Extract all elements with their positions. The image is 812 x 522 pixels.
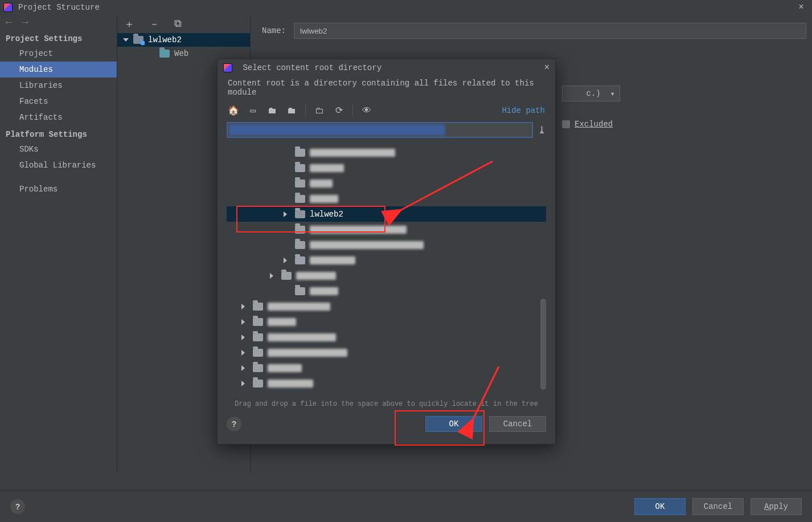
- folder-icon: [295, 210, 305, 218]
- sidebar-item-project[interactable]: Project: [0, 46, 117, 62]
- module-name-input[interactable]: [294, 23, 806, 39]
- module-folder-icon: [133, 36, 143, 44]
- dialog-cancel-button[interactable]: Cancel: [489, 416, 546, 432]
- sidebar-item-modules[interactable]: Modules: [0, 62, 117, 78]
- path-input[interactable]: [227, 122, 533, 138]
- add-module-icon[interactable]: ＋: [124, 17, 134, 31]
- window-title: Project Structure: [18, 3, 100, 12]
- dialog-title: Select content root directory: [243, 63, 382, 72]
- hide-path-link[interactable]: Hide path: [502, 106, 545, 115]
- sidebar-item-sdks[interactable]: SDKs: [0, 141, 117, 157]
- directory-tree[interactable]: lwlweb2: [227, 145, 546, 395]
- drag-drop-hint: Drag and drop a file into the space abov…: [218, 398, 555, 411]
- name-label: Name:: [262, 26, 286, 35]
- nav-forward-icon[interactable]: →: [22, 17, 28, 28]
- scrollbar[interactable]: [540, 299, 546, 390]
- save-path-icon[interactable]: ⤓: [538, 124, 546, 136]
- expand-icon: [123, 38, 129, 42]
- apply-tail: pply: [769, 502, 788, 511]
- module-dir-icon[interactable]: 🖿: [286, 105, 297, 116]
- sidebar-item-global-libraries[interactable]: Global Libraries: [0, 157, 117, 173]
- dropdown-tail-text: c.): [587, 89, 601, 98]
- help-icon[interactable]: ?: [10, 499, 25, 514]
- path-selected-text: [229, 124, 445, 136]
- select-directory-dialog: Select content root directory × Content …: [217, 59, 556, 444]
- window-close-icon[interactable]: ×: [794, 2, 809, 13]
- dialog-button-row: ? OK Cancel: [218, 411, 555, 439]
- project-dir-icon[interactable]: 🖿: [266, 105, 278, 116]
- excluded-folder-marker[interactable]: Excluded: [562, 120, 613, 129]
- module-tree-root[interactable]: lwlweb2: [117, 33, 250, 47]
- sidebar-item-artifacts[interactable]: Artifacts: [0, 109, 117, 125]
- excluded-icon: [562, 120, 570, 128]
- home-icon[interactable]: 🏠: [228, 105, 239, 116]
- titlebar: Project Structure ×: [0, 0, 812, 15]
- module-tree-root-label: lwlweb2: [148, 35, 182, 44]
- cancel-button[interactable]: Cancel: [692, 498, 744, 515]
- web-facet-icon: [159, 50, 170, 58]
- intellij-icon: [3, 3, 13, 12]
- show-hidden-icon[interactable]: 👁: [361, 105, 372, 116]
- sidebar-item-facets[interactable]: Facets: [0, 93, 117, 109]
- dialog-ok-button[interactable]: OK: [425, 416, 482, 432]
- dialog-close-icon[interactable]: ×: [544, 63, 549, 73]
- desktop-icon[interactable]: ▭: [247, 105, 259, 116]
- expand-icon[interactable]: [284, 211, 287, 217]
- dialog-titlebar: Select content root directory ×: [218, 59, 555, 76]
- remove-module-icon[interactable]: －: [149, 17, 159, 31]
- section-project-settings: Project Settings: [0, 30, 117, 46]
- new-folder-icon[interactable]: 🗀: [314, 105, 325, 116]
- separator: [352, 105, 353, 116]
- selected-directory-label: lwlweb2: [310, 210, 343, 219]
- intellij-icon: [223, 63, 232, 72]
- ok-button[interactable]: OK: [634, 498, 686, 515]
- module-tree-child-label: Web: [174, 49, 188, 58]
- nav-history: ← →: [0, 15, 117, 30]
- bottom-bar: ? OK Cancel Apply: [0, 490, 812, 522]
- dialog-description: Content root is a directory containing a…: [218, 76, 555, 101]
- chevron-down-icon: ▾: [610, 89, 615, 99]
- refresh-icon[interactable]: ⟳: [333, 105, 345, 116]
- language-level-dropdown-tail[interactable]: c.) ▾: [562, 85, 620, 101]
- sidebar-item-problems[interactable]: Problems: [0, 181, 117, 197]
- section-platform-settings: Platform Settings: [0, 125, 117, 141]
- path-row: ⤓: [218, 120, 555, 142]
- apply-button[interactable]: Apply: [751, 498, 802, 515]
- copy-module-icon[interactable]: ⧉: [174, 18, 182, 30]
- dialog-toolbar: 🏠 ▭ 🖿 🖿 🗀 ⟳ 👁 Hide path: [218, 101, 555, 120]
- selected-directory-row[interactable]: lwlweb2: [227, 206, 546, 222]
- settings-sidebar: ← → Project Settings Project Modules Lib…: [0, 15, 117, 473]
- nav-back-icon[interactable]: ←: [6, 17, 12, 28]
- separator: [305, 105, 306, 116]
- module-toolbar: ＋ － ⧉: [117, 15, 250, 33]
- excluded-label: Excluded: [575, 120, 613, 129]
- module-editor-main: Name:: [262, 23, 806, 39]
- sidebar-item-libraries[interactable]: Libraries: [0, 78, 117, 93]
- help-icon[interactable]: ?: [227, 417, 241, 431]
